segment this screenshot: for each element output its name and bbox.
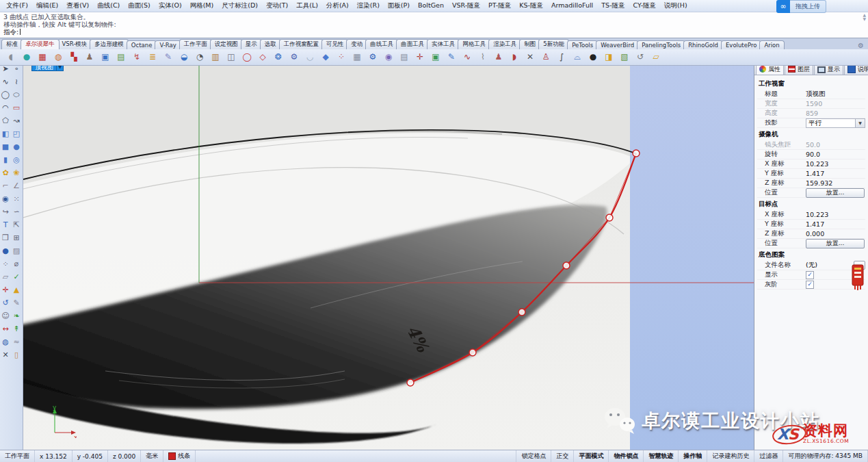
projection-select[interactable]: 平行▼ <box>806 118 865 128</box>
row-value[interactable]: 10.223 <box>806 160 865 168</box>
toolbar-tab-网格工具[interactable]: 网格工具 <box>458 39 490 49</box>
toolbar-tab-变动[interactable]: 变动 <box>346 39 367 49</box>
ellipse-icon[interactable]: ⬭ <box>12 90 21 100</box>
status-智慧轨迹[interactable]: 智慧轨迹 <box>644 450 679 462</box>
toolbar-tab-曲线工具[interactable]: 曲线工具 <box>365 39 398 49</box>
box-icon[interactable]: ■ <box>1 142 10 152</box>
menu-item-8[interactable]: 变动(T) <box>262 1 292 11</box>
red-toolbox-icon[interactable]: ▦ <box>37 51 48 63</box>
half-square-icon[interactable]: ◨ <box>603 51 614 63</box>
menu-item-11[interactable]: 渲染(R) <box>353 1 384 11</box>
toolbar-tab-PanelingTools[interactable]: PanelingTools <box>637 40 685 49</box>
checkbox-显示[interactable]: ✓ <box>806 271 814 279</box>
control-point-4[interactable] <box>606 214 613 221</box>
arc-icon[interactable]: ◠ <box>1 103 10 113</box>
edit-point-icon[interactable]: ≀ <box>12 77 21 87</box>
menu-item-17[interactable]: ArmadilloFull <box>547 1 597 11</box>
eraser-icon[interactable]: ▱ <box>1 272 10 282</box>
orient-ball-icon[interactable]: ◍ <box>1 337 10 347</box>
status-操作轴[interactable]: 操作轴 <box>679 450 707 462</box>
menu-item-10[interactable]: 分析(A) <box>322 1 353 11</box>
camera-target-icon[interactable]: ▣ <box>100 51 111 63</box>
status-工作平面[interactable]: 工作平面 <box>0 450 35 462</box>
sphere-icon[interactable]: ● <box>12 142 21 152</box>
blue-pencil-icon[interactable]: ✎ <box>446 51 457 63</box>
toolbar-tab-渲染工具[interactable]: 渲染工具 <box>488 39 521 49</box>
corner-surface-icon[interactable]: ◰ <box>12 129 21 139</box>
globe-icon[interactable]: ◉ <box>383 51 394 63</box>
toolbar-tab-设定视图[interactable]: 设定视图 <box>210 39 243 49</box>
toolbar-tab-标准[interactable]: 标准 <box>1 39 23 49</box>
status-毫米[interactable]: 毫米 <box>141 450 163 462</box>
status-正交[interactable]: 正交 <box>551 450 574 462</box>
command-area[interactable]: 3 曲线点 已加入至选取集合。移动操作轴，快按 Alt 键可以复制物件: 指令:… <box>0 12 868 38</box>
command-scroll-arrows[interactable]: ▲▼ <box>863 13 866 21</box>
toolbar-tab-EvolutePro[interactable]: EvolutePro <box>721 40 761 49</box>
toolbar-tab-WeaverBird[interactable]: WeaverBird <box>596 40 639 49</box>
torus-icon[interactable]: ◎ <box>12 155 21 165</box>
status-物件锁点[interactable]: 物件锁点 <box>609 450 644 462</box>
photo-scribble-icon[interactable]: ▧ <box>619 51 630 63</box>
freeform-icon[interactable]: ↝ <box>12 116 21 126</box>
status-锁定格点[interactable]: 锁定格点 <box>516 450 551 462</box>
toolbar-tab-工作视窗配置[interactable]: 工作视窗配置 <box>279 39 324 49</box>
red-circle-icon[interactable]: ◯ <box>241 51 252 63</box>
toolbar-tab-5新功能[interactable]: 5新功能 <box>538 39 569 49</box>
move-cross-icon[interactable]: ✛ <box>415 51 425 63</box>
control-point-curve-icon[interactable]: ∿ <box>1 77 10 87</box>
s-curve-icon[interactable]: ∫ <box>556 51 567 63</box>
menu-item-3[interactable]: 曲线(C) <box>93 1 124 11</box>
menu-item-16[interactable]: KS-随意 <box>515 1 547 11</box>
menu-item-12[interactable]: 面板(P) <box>384 1 414 11</box>
chevron-down-icon[interactable]: ▼ <box>855 119 865 127</box>
boolean-union-icon[interactable]: ✿ <box>1 168 10 178</box>
toolbar-tab-多边形建模[interactable]: 多边形建模 <box>90 39 129 49</box>
red-checker-icon[interactable]: ▚ <box>68 51 79 63</box>
place-button[interactable]: 放置... <box>806 188 865 198</box>
command-prompt-line[interactable]: 指令: <box>3 28 865 36</box>
menu-item-9[interactable]: 工具(L) <box>292 1 322 11</box>
robot-icon[interactable]: ☺ <box>1 311 10 321</box>
status-记录建构历史[interactable]: 记录建构历史 <box>707 450 754 462</box>
black-ball-icon[interactable]: ● <box>588 51 599 63</box>
menu-item-15[interactable]: PT-随意 <box>484 1 515 11</box>
leaf-icon[interactable]: ❧ <box>12 311 21 321</box>
toolbar-tab-工作平面[interactable]: 工作平面 <box>179 39 212 49</box>
floating-ad-banner-icon[interactable] <box>850 264 865 291</box>
blue-gear-icon[interactable]: ⚙ <box>367 51 378 63</box>
adjust-curve-icon[interactable]: ↪ <box>1 207 10 217</box>
polygon-icon[interactable]: ⬠ <box>1 116 10 126</box>
green-monitor-icon[interactable]: ▣ <box>430 51 441 63</box>
menu-item-4[interactable]: 曲面(S) <box>124 1 154 11</box>
shrimp-tool-icon[interactable]: ◖ <box>5 51 16 63</box>
drop-icon[interactable]: ◉ <box>1 194 10 204</box>
toolbar-tab-Octane[interactable]: Octane <box>127 40 157 49</box>
people-icon[interactable]: ♟ <box>493 51 504 63</box>
menu-item-2[interactable]: 查看(V) <box>62 1 93 11</box>
viewport-top-view[interactable]: 顶视图 ▼ 4% y x <box>23 62 754 450</box>
rainbow-stack-icon[interactable]: ≣ <box>147 51 158 63</box>
point-cloud-icon[interactable]: ⁘ <box>336 51 347 63</box>
toolbar-tab-选取[interactable]: 选取 <box>260 39 281 49</box>
toolbar-tab-实体工具[interactable]: 实体工具 <box>427 39 460 49</box>
surface-icon[interactable]: ◧ <box>1 129 10 139</box>
control-point-0[interactable] <box>407 379 414 386</box>
frame-monitor-icon[interactable]: ◫ <box>226 51 237 63</box>
row-value[interactable]: 1.417 <box>806 170 865 177</box>
scroll-down-icon[interactable]: ▼ <box>863 17 866 21</box>
text-icon[interactable]: T <box>1 220 10 230</box>
toolbar-settings-gear-icon[interactable]: ⚙ <box>858 42 867 49</box>
tree-icon[interactable]: ↟ <box>12 324 21 334</box>
point-grid-icon[interactable]: ⁘ <box>1 259 10 269</box>
red-teapot-icon[interactable]: ◗ <box>509 51 520 63</box>
row-value[interactable]: 90.0 <box>806 151 865 158</box>
runner-icon[interactable]: ↯ <box>131 51 142 63</box>
status-平面模式[interactable]: 平面模式 <box>574 450 609 462</box>
insert-block-icon[interactable]: ⊞ <box>12 233 21 243</box>
upload-button[interactable]: 拖拽上传 <box>790 0 826 13</box>
bowl-icon[interactable]: ◡ <box>304 51 315 63</box>
menu-item-14[interactable]: VSR-随意 <box>448 1 484 11</box>
row-value[interactable]: 159.932 <box>806 179 865 187</box>
teal-sphere-icon[interactable]: ● <box>21 51 32 63</box>
yellow-plane-icon[interactable]: ▱ <box>650 51 661 63</box>
